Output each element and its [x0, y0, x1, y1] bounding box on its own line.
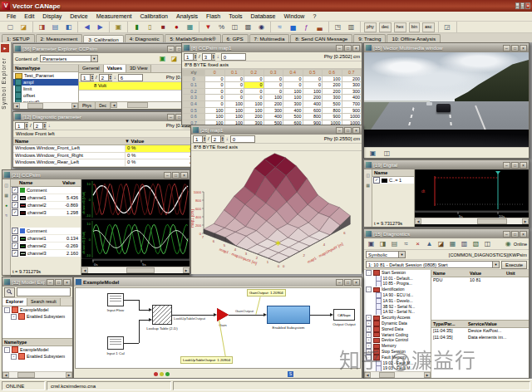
map-cell[interactable]: 100	[303, 88, 323, 95]
format-asc-button[interactable]: asc	[422, 22, 435, 32]
digital-hscrollbar[interactable]: ◀▶	[415, 218, 529, 224]
map3d-spin-spinner[interactable]: 2▲▼	[211, 135, 224, 143]
diag-tree-item[interactable]: +Dynamic Data	[364, 321, 431, 326]
tree-expander[interactable]: -	[4, 307, 10, 313]
layout-icon[interactable]: ◫	[381, 147, 393, 159]
model-explorer-hscrollbar[interactable]: ◀▶	[2, 371, 72, 378]
maximize-button[interactable]: □	[55, 279, 62, 286]
param-spin-spinner[interactable]: 1▲▼	[81, 74, 94, 81]
device-window-icon[interactable]: ◧	[62, 22, 75, 33]
minimize-button[interactable]: –	[167, 114, 175, 120]
scope-channel-row[interactable]: ✓channel10.134	[11, 235, 81, 243]
format-phy-button[interactable]: phy	[364, 22, 377, 32]
diag-tree-item[interactable]: -Identification	[364, 287, 431, 292]
maximize-button[interactable]: □	[344, 45, 352, 51]
map-cell[interactable]: 100	[224, 100, 244, 107]
map-col-header[interactable]: 0.3	[264, 70, 283, 76]
map3d-spin-spinner[interactable]: 1▲▼	[193, 135, 206, 143]
map-cell[interactable]: 100	[224, 107, 244, 114]
map-col-header[interactable]: 0.1	[224, 70, 244, 76]
model-tree-header[interactable]: Name/type	[2, 339, 72, 346]
map-cell[interactable]: 400	[264, 114, 283, 120]
param-tree-item-ampl[interactable]: ampl	[13, 79, 78, 86]
map-col-header[interactable]: 0.7	[342, 70, 362, 76]
chart-icon[interactable]: ▅	[287, 22, 299, 33]
map-row-header[interactable]: 0.3	[183, 95, 205, 101]
menu-file[interactable]: File	[2, 13, 20, 19]
scope-value-col[interactable]: Value	[62, 179, 81, 186]
map-cell[interactable]: 300	[283, 100, 303, 107]
database-icon[interactable]: ▤	[49, 22, 62, 33]
block-lookup-table[interactable]	[152, 305, 172, 325]
diag-grid-icon[interactable]: ▦	[447, 238, 458, 249]
map-cell[interactable]: 300	[264, 107, 283, 114]
param-tree-item-offset[interactable]: offset	[13, 92, 78, 99]
diag-tree-item[interactable]: +Stored Data	[364, 326, 431, 332]
tab-9[interactable]: 9: Tracing	[353, 34, 386, 42]
menu-calibration[interactable]: Calibration	[136, 13, 172, 19]
stop-icon[interactable]: ■	[157, 22, 170, 33]
map-cell[interactable]: 0	[224, 76, 244, 82]
param-spin-down-icon[interactable]: ↓	[114, 75, 116, 80]
scope-marker-icon[interactable]: ●	[2, 201, 11, 209]
format-hex-button[interactable]: hex	[394, 22, 406, 32]
calculator-icon[interactable]: ▩	[242, 22, 254, 33]
window-titlebar[interactable]: [36] Parameter Explorer CCPsim –□×	[13, 44, 193, 53]
map-cell[interactable]: 300	[342, 82, 362, 89]
format-dec-button[interactable]: dec	[379, 22, 392, 32]
copy-icon[interactable]: ◲	[441, 22, 454, 33]
minimize-button[interactable]: –	[47, 279, 54, 286]
minimize-button[interactable]: –	[503, 162, 510, 169]
map-cell[interactable]: 200	[342, 76, 362, 82]
tree-expander[interactable]: +	[366, 338, 372, 344]
tree-expander[interactable]: -	[366, 270, 372, 276]
percent-icon[interactable]: %	[215, 22, 228, 33]
result-table-row[interactable]: PDU10 81	[431, 277, 529, 284]
diag-tree-item[interactable]: -Start Session	[364, 270, 431, 276]
back-icon[interactable]: ◀	[81, 22, 93, 33]
window-titlebar[interactable]: [8] CCPsim map1–□×	[182, 43, 362, 52]
digital-channel-row[interactable]: ✓ C..= 1	[372, 177, 414, 184]
map-cell[interactable]: 0	[283, 82, 303, 89]
map-cell[interactable]: 500	[323, 100, 342, 107]
map-cell[interactable]: 200	[244, 114, 264, 120]
window-titlebar[interactable]: ExampleModel –□×	[74, 277, 362, 287]
view-tab-dec[interactable]: Dec	[96, 102, 111, 109]
camera-icon[interactable]: ▣	[367, 147, 379, 159]
request-select[interactable]: 1: 10 81 - Default Session (0808) Start▼	[366, 261, 500, 268]
digital-channel-checkbox[interactable]: ✓	[373, 177, 380, 184]
close-button[interactable]: ×	[352, 45, 360, 51]
map-cell[interactable]: 200	[264, 100, 283, 107]
map-cell[interactable]: 900	[323, 114, 342, 120]
map-cell[interactable]: 100	[283, 95, 303, 101]
map-cell[interactable]: 0	[224, 82, 244, 89]
map-spin-spinner[interactable]: 3▲▼	[202, 53, 215, 61]
map-row-header[interactable]: 0.1	[183, 82, 205, 89]
map-cell[interactable]: 0	[244, 95, 264, 101]
map-row-header[interactable]: 0.6	[183, 114, 205, 120]
diagparam-row[interactable]: Windows.Window_Rear_Right0 %▴▾	[13, 167, 193, 168]
device-config-icon[interactable]: ◨	[36, 22, 48, 33]
close-button[interactable]: ×	[180, 172, 188, 179]
tree-expander[interactable]: +	[11, 314, 17, 320]
param-tree-header[interactable]: Name/type	[13, 65, 78, 72]
diag-columns-icon[interactable]: ◫	[482, 238, 493, 249]
tab-8[interactable]: 8: Send CAN Message	[290, 34, 352, 42]
map-row-header[interactable]: 0.4	[183, 100, 205, 107]
channel-checkbox[interactable]: ✓	[12, 202, 18, 208]
close-button[interactable]: ×	[520, 162, 527, 169]
param-value-cell[interactable]: 8 Volt	[79, 82, 193, 91]
channel-checkbox[interactable]: ✓	[12, 235, 18, 242]
menu-display[interactable]: Display	[38, 13, 66, 19]
scope-grid-icon[interactable]: ▦	[2, 191, 11, 199]
minimize-button[interactable]: –	[515, 2, 520, 9]
channel-checkbox[interactable]: ✓	[12, 209, 18, 216]
tab-4[interactable]: 4: Diagnostic	[125, 34, 165, 42]
function-icon[interactable]: ƒ	[300, 22, 313, 33]
diag-list-icon[interactable]: ▤	[389, 238, 400, 249]
map-cell[interactable]: 200	[303, 95, 323, 101]
close-button[interactable]: ×	[525, 2, 530, 9]
block-enabled-subsystem[interactable]	[267, 306, 310, 324]
record-icon[interactable]: ●	[170, 22, 183, 33]
model-search-input[interactable]	[17, 287, 71, 296]
